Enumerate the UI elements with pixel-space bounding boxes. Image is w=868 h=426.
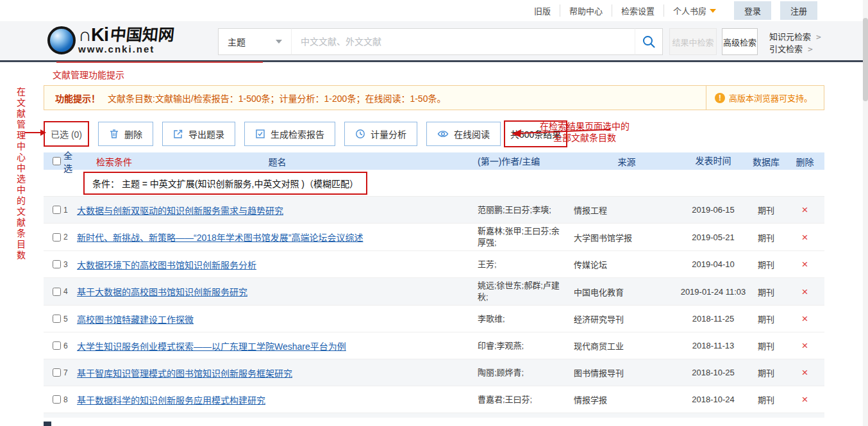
main-content: 文献管理功能提示 功能提示！ 文献条目数:文献输出/检索报告：1-500条；计量… (0, 68, 868, 418)
row-source: 中国电化教育 (574, 286, 680, 298)
row-number: 2 (63, 233, 68, 242)
row-delete-cell: × (785, 204, 824, 215)
row-source: 大学图书馆学报 (574, 231, 680, 243)
search-bar: 主题 结果中检索 高级检索 知识元检索> 引文检索> (218, 28, 821, 55)
delete-row-icon[interactable]: × (802, 231, 808, 243)
personal-library-menu[interactable]: 个人书房 (664, 4, 725, 17)
metric-analysis-button[interactable]: 计量分析 (344, 122, 417, 146)
old-version-link[interactable]: 旧版 (525, 4, 560, 17)
row-delete-cell: × (785, 340, 824, 351)
row-source: 情报工程 (574, 204, 680, 216)
logo-latin-text: ∩Ki (78, 26, 108, 43)
delete-row-icon[interactable]: × (802, 204, 808, 216)
help-center-link[interactable]: 帮助中心 (560, 4, 612, 17)
generate-report-button[interactable]: 生成检索报告 (244, 122, 335, 146)
delete-row-icon[interactable]: × (802, 313, 808, 325)
row-checkbox[interactable] (53, 260, 61, 268)
register-button[interactable]: 注册 (780, 1, 817, 20)
source-header-label: 来源 (574, 155, 680, 168)
row-delete-cell: × (785, 394, 824, 405)
chevron-down-icon (710, 9, 716, 13)
row-checkbox[interactable] (53, 368, 61, 377)
document-title-link[interactable]: 基于大数据的高校图书馆知识创新服务研究 (77, 287, 247, 297)
row-source: 图书情报导刊 (574, 366, 680, 379)
row-delete-cell: × (785, 367, 824, 378)
row-title-cell: 基于大数据的高校图书馆知识创新服务研究 (77, 285, 478, 298)
login-button[interactable]: 登录 (734, 1, 771, 20)
row-date: 2019-06-15 (680, 204, 747, 215)
row-checkbox[interactable] (53, 233, 61, 242)
row-authors: 靳嘉林;张甲;王曰芬;余厚强; (478, 225, 574, 249)
row-checkbox[interactable] (53, 288, 61, 296)
delete-row-icon[interactable]: × (802, 258, 808, 270)
row-number: 8 (63, 395, 68, 404)
help-center-label: 帮助中心 (569, 4, 603, 17)
search-button[interactable] (635, 28, 663, 55)
row-source: 传媒论坛 (574, 258, 680, 270)
table-row: 3 大数据环境下的高校图书馆知识创新服务分析 王芳; 传媒论坛 2019-04-… (44, 251, 824, 278)
export-records-button[interactable]: 导出题录 (162, 122, 235, 146)
citation-search-link[interactable]: 引文检索> (769, 42, 821, 54)
knowledge-element-search-link[interactable]: 知识元检索> (769, 30, 821, 42)
partial-next-row (44, 413, 824, 418)
search-settings-label: 检索设置 (621, 4, 655, 17)
document-title-link[interactable]: 大数据与创新双驱动的知识创新服务需求与趋势研究 (77, 206, 283, 216)
browser-scrollbar[interactable] (863, 0, 868, 426)
document-title-link[interactable]: 大学生知识服务创业模式探索——以广东理工学院Weshare平台为例 (77, 341, 346, 352)
document-title-link[interactable]: 基于数据科学的知识创新服务应用模式构建研究 (77, 395, 265, 406)
row-select-cell: 7 (44, 368, 77, 377)
document-title-link[interactable]: 大数据环境下的高校图书馆知识创新服务分析 (77, 260, 256, 270)
site-header: ∩Ki 中国知网 www.cnki.net 主题 结果中检索 高级检索 知识元检… (0, 21, 868, 62)
read-button-label: 在线阅读 (454, 127, 490, 140)
title-header-cell: 检索条件 题名 (77, 155, 478, 168)
report-check-icon (255, 129, 265, 139)
delete-row-icon[interactable]: × (802, 286, 808, 298)
search-field-dropdown[interactable]: 主题 (218, 28, 292, 55)
document-title-link[interactable]: 基于智库知识管理模式的图书馆知识创新服务框架研究 (77, 368, 292, 379)
row-checkbox[interactable] (53, 395, 61, 404)
search-input[interactable] (292, 28, 635, 55)
trash-icon (109, 129, 119, 139)
row-title-cell: 新时代、新挑战、新策略——“2018年学术图书馆发展”高端论坛会议综述 (77, 231, 478, 243)
row-database: 期刊 (747, 231, 785, 243)
row-number: 6 (63, 341, 68, 350)
row-database: 期刊 (747, 204, 785, 216)
row-authors: 印睿;李观燕; (478, 340, 574, 352)
row-authors: 李歌维; (478, 313, 574, 325)
delete-row-icon[interactable]: × (802, 340, 808, 352)
advanced-search-button[interactable]: 高级检索 (722, 28, 758, 55)
cnki-logo[interactable]: ∩Ki 中国知网 www.cnki.net (47, 26, 174, 54)
selected-count-annotated-box: 已选 (0) (44, 121, 89, 147)
row-authors: 范丽鹏;王曰芬;李塽; (478, 204, 574, 216)
search-in-results-button[interactable]: 结果中检索 (669, 28, 717, 55)
row-database: 期刊 (747, 258, 785, 270)
row-checkbox[interactable] (53, 206, 61, 214)
document-title-link[interactable]: 新时代、新挑战、新策略——“2018年学术图书馆发展”高端论坛会议综述 (77, 233, 363, 243)
results-table: 全选 检索条件 题名 (第一)作者/主编 来源 发表时间 数据库 删除 条件： … (44, 152, 824, 418)
notice-body-text: 文献条目数:文献输出/检索报告：1-500条；计量分析：1-200条；在线阅读：… (108, 92, 446, 104)
row-database: 期刊 (747, 340, 785, 352)
action-toolbar: 已选 (0) 删除 导出题录 生成检索报告 (44, 121, 824, 147)
delete-row-icon[interactable]: × (802, 366, 808, 379)
row-checkbox[interactable] (53, 341, 61, 350)
browser-support-note: ! 高版本浏览器可支持。 (706, 86, 824, 110)
management-hint-label: 文献管理功能提示 (53, 68, 824, 81)
select-all-cell: 全选 (44, 149, 77, 174)
warning-icon: ! (715, 93, 725, 103)
secondary-search-links: 知识元检索> 引文检索> (769, 28, 821, 55)
delete-button[interactable]: 删除 (98, 122, 153, 146)
search-settings-link[interactable]: 检索设置 (612, 4, 664, 17)
title-header-label: 题名 (77, 155, 478, 168)
row-number: 4 (63, 287, 68, 296)
annotation-arrow-right-icon (25, 132, 41, 133)
delete-row-icon[interactable]: × (802, 393, 808, 406)
online-read-button[interactable]: 在线阅读 (426, 122, 501, 146)
document-title-link[interactable]: 高校图书馆特藏建设工作探微 (77, 315, 194, 325)
row-select-cell: 8 (44, 395, 77, 404)
row-date: 2019-04-10 (680, 259, 747, 270)
row-checkbox[interactable] (53, 315, 61, 323)
row-select-cell: 5 (44, 315, 77, 324)
row-authors: 姚远;徐世东;郝群;卢建秋; (478, 280, 574, 303)
scrollbar-thumb[interactable] (863, 18, 868, 101)
select-all-checkbox[interactable] (53, 157, 61, 165)
